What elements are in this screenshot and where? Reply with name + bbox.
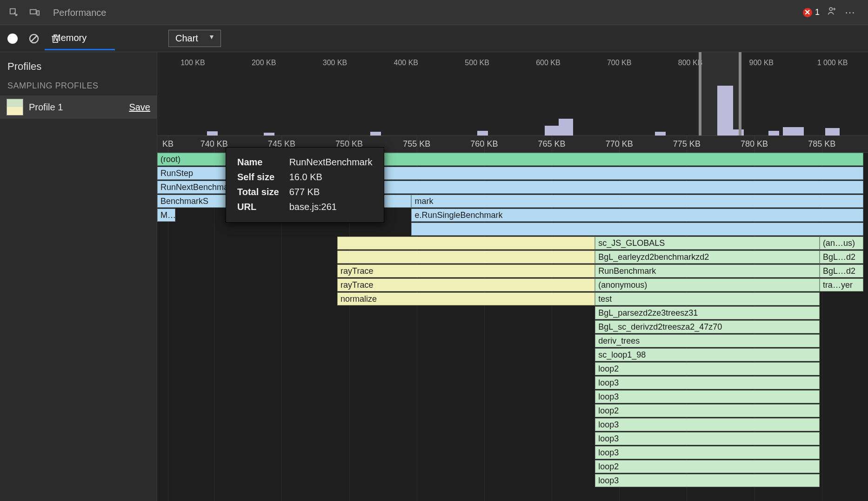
flame-frame[interactable]: loop2 (595, 404, 820, 417)
profiles-sidebar: Profiles SAMPLING PROFILES Profile 1 Sav… (0, 52, 157, 501)
record-icon (7, 34, 18, 44)
svg-line-5 (31, 36, 37, 41)
flame-row: rayTraceRunBenchmarkBgL…d2 (157, 264, 863, 278)
flame-frame[interactable]: RunBenchmark (595, 264, 820, 278)
flame-row: loop3 (157, 446, 863, 460)
flame-frame[interactable]: BgL…d2 (820, 250, 863, 264)
tooltip-self: 16.0 KB (289, 170, 373, 184)
main-area: Profiles SAMPLING PROFILES Profile 1 Sav… (0, 52, 868, 501)
error-count: 1 (815, 7, 820, 17)
flame-row: loop3 (157, 432, 863, 446)
flame-row: loop3 (157, 474, 863, 488)
flame-frame[interactable] (411, 223, 863, 236)
tabs-right: ✕ 1 ⋯ (803, 6, 864, 19)
flame-frame[interactable]: loop3 (595, 446, 820, 459)
devtools-tabs-bar: ElementsConsoleSourcesNetworkPerformance… (0, 0, 868, 25)
flame-frame[interactable] (337, 250, 595, 264)
overview-tick: 400 KB (370, 59, 441, 70)
overview-tick: 300 KB (300, 59, 371, 70)
tooltip-url: base.js:261 (289, 200, 373, 214)
overview-tick: 700 KB (584, 59, 655, 70)
sidebar-section-label: SAMPLING PROFILES (0, 77, 157, 95)
overview-tick: 100 KB (157, 59, 228, 70)
flame-frame[interactable]: (anonymous) (595, 278, 820, 291)
tab-performance[interactable]: Performance (45, 0, 115, 25)
flame-frame[interactable]: BgL…d2 (820, 264, 863, 278)
flame-frame[interactable]: normalize (337, 292, 595, 305)
overview-bar (768, 131, 779, 135)
flame-row: rayTrace(anonymous)tra…yer (157, 278, 863, 292)
sidebar-title: Profiles (0, 52, 157, 77)
overview-bar (559, 119, 573, 135)
more-options-icon[interactable]: ⋯ (845, 7, 855, 19)
overview-selection[interactable] (699, 52, 741, 135)
overview-tick: 200 KB (228, 59, 300, 70)
overview-bar (477, 131, 488, 135)
flame-chart-area: 100 KB200 KB300 KB400 KB500 KB600 KB700 … (157, 52, 868, 501)
flame-frame[interactable]: loop2 (595, 460, 820, 473)
overview-bar (655, 132, 666, 135)
tooltip-self-label: Self size (237, 170, 288, 184)
svg-rect-1 (30, 9, 36, 14)
flame-frame[interactable]: loop3 (595, 376, 820, 389)
flame-frame[interactable]: sc_loop1_98 (595, 348, 820, 361)
error-icon: ✕ (803, 8, 812, 17)
flame-frame[interactable]: (an…us) (820, 237, 863, 250)
flame-row: loop2 (157, 404, 863, 418)
flame-row (157, 223, 863, 237)
overview-tick: 1 000 KB (797, 59, 868, 70)
record-button[interactable] (7, 33, 19, 45)
flame-frame[interactable]: tra…yer (820, 278, 863, 291)
inspect-element-icon[interactable] (7, 6, 20, 19)
save-profile-link[interactable]: Save (129, 102, 150, 113)
flame-frame[interactable]: rayTrace (337, 278, 595, 291)
flame-row: sc_JS_GLOBALS(an…us) (157, 237, 863, 250)
profile-thumb-icon (7, 99, 23, 115)
view-mode-label: Chart (175, 33, 198, 43)
overview-timeline[interactable]: 100 KB200 KB300 KB400 KB500 KB600 KB700 … (157, 52, 868, 136)
clear-button[interactable] (28, 33, 40, 45)
flame-frame[interactable]: loop3 (595, 432, 820, 445)
flame-frame[interactable]: loop3 (595, 390, 820, 403)
tooltip-total: 677 KB (289, 185, 373, 199)
flame-row: loop2 (157, 362, 863, 376)
flame-frame[interactable]: BgL_earleyzd2benchmarkzd2 (595, 250, 820, 264)
svg-rect-2 (37, 11, 40, 15)
flame-frame[interactable]: BgL_sc_derivzd2treesza2_47z70 (595, 320, 820, 333)
flame-frame[interactable]: rayTrace (337, 264, 595, 278)
flame-frame[interactable]: test (595, 292, 820, 305)
flame-frame[interactable]: Measure (157, 209, 175, 222)
flame-row: BgL_earleyzd2benchmarkzd2BgL…d2 (157, 250, 863, 264)
device-toolbar-icon[interactable] (28, 6, 41, 19)
flame-row: loop3 (157, 390, 863, 404)
flame-frame[interactable]: BgL_parsezd2ze3treesz31 (595, 306, 820, 319)
tooltip-name-label: Name (237, 155, 288, 169)
overview-bar (783, 127, 804, 135)
memory-toolbar: Chart (0, 25, 868, 52)
tooltip-url-label: URL (237, 200, 288, 214)
flame-frame[interactable]: loop2 (595, 362, 820, 375)
overview-bar (207, 131, 218, 135)
flame-frame[interactable] (337, 237, 595, 250)
svg-point-3 (829, 7, 832, 10)
view-mode-select[interactable]: Chart (168, 30, 221, 47)
flame-frame[interactable]: e.RunSingleBenchmark (411, 209, 863, 222)
error-count-badge[interactable]: ✕ 1 (803, 7, 820, 17)
flame-row: loop3 (157, 376, 863, 390)
flame-frame[interactable]: deriv_trees (595, 334, 820, 347)
flame-frame[interactable]: mark (411, 195, 863, 208)
feedback-icon[interactable] (827, 6, 837, 19)
tooltip-name: RunNextBenchmark (289, 155, 373, 169)
flame-frame[interactable]: loop3 (595, 418, 820, 431)
overview-tick: 600 KB (513, 59, 584, 70)
overview-tick: 500 KB (441, 59, 513, 70)
overview-bar (825, 128, 840, 135)
delete-button[interactable] (49, 33, 61, 45)
overview-bar (370, 132, 381, 135)
flame-row: loop2 (157, 460, 863, 474)
flame-row: normalizetest (157, 292, 863, 306)
flame-frame[interactable]: sc_JS_GLOBALS (595, 237, 820, 250)
flame-frame[interactable]: loop3 (595, 474, 820, 487)
profile-item[interactable]: Profile 1 Save (0, 95, 157, 119)
flame-row: deriv_trees (157, 334, 863, 348)
